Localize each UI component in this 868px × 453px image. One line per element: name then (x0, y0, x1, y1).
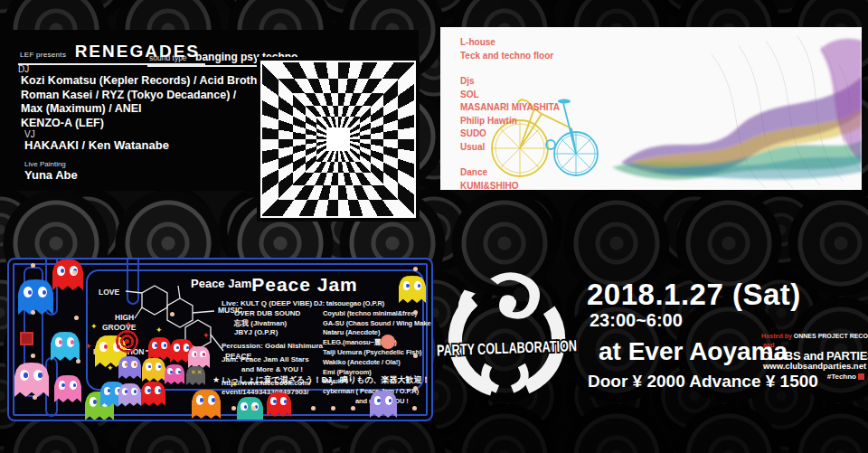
renegades-live-painting-label: Live Painting (24, 160, 66, 168)
sound-type-label: sound type (149, 53, 187, 62)
pacman-ghost: ✕✕ (186, 366, 205, 385)
ghost-pupil (164, 344, 166, 347)
pac-dot (170, 312, 175, 316)
ghost-pupil (93, 400, 97, 404)
pac-dot (31, 310, 35, 315)
pacman-ghost (188, 346, 210, 368)
pac-dot (412, 406, 417, 411)
ghost-body (370, 391, 397, 418)
ghost-pupil (170, 371, 173, 373)
event-date: 2018.1.27 (Sat) (587, 278, 801, 312)
ghost-pupil (389, 399, 392, 402)
sparkle-icon: ✦ (203, 332, 210, 340)
ghost-pupil (134, 390, 137, 393)
pacman-ghost (237, 397, 263, 421)
ghost-pupil (244, 405, 247, 409)
pac-dot (413, 354, 418, 358)
lhouse-dj-name: Usual (460, 141, 560, 155)
party-collaboration-logo: PARTY COLLABORATION (433, 264, 580, 411)
pac-dot (76, 359, 80, 363)
pac-dot (72, 270, 77, 275)
pacman-ghost (14, 363, 49, 397)
pac-dot (74, 316, 79, 320)
ghost-body (188, 346, 210, 368)
ghost-pupil (73, 383, 77, 387)
sparkle-icon: ✦ (107, 364, 114, 373)
ghost-pupil (155, 344, 157, 347)
peacejam-title: Peace Jam (232, 274, 377, 296)
ghost-eye (208, 395, 215, 404)
pacman-ghost (54, 375, 81, 402)
red-stamp-icon (20, 332, 33, 345)
peacejam-percussion-line: Percussion: Godai Nishimura (222, 342, 312, 352)
peacejam-dj-line: Coyubi (techno minimal&free) (314, 309, 428, 319)
pacman-ghost (142, 358, 165, 382)
pac-dot (311, 406, 316, 411)
ghost-eye (57, 266, 65, 276)
ghost-eye (70, 381, 77, 390)
peacejam-dj-line: GA-SU (Chaos Sound / Wing Makers) (314, 319, 428, 329)
ghost-eye (38, 287, 47, 297)
ghost-eye (24, 287, 33, 297)
ghost-pupil (125, 390, 127, 393)
pacman-ghost (118, 356, 141, 379)
pac-dot (231, 406, 236, 411)
lhouse-dj-name: MASANARI MIYASHITA (460, 101, 560, 115)
hosted-by-label: Hosted by (761, 333, 792, 339)
ghost-eye (414, 281, 421, 290)
lhouse-dj-name: SUDO (460, 127, 560, 141)
chem-label-love: LOVE (99, 288, 119, 297)
ghost-pupil (194, 353, 197, 356)
ghost-pupil (108, 389, 110, 392)
renegades-live-painting-name: Yuna Abe (24, 168, 78, 182)
ghost-eye (385, 396, 392, 405)
ghost-pupil (178, 371, 181, 373)
lhouse-floor-name: L-house (460, 36, 560, 50)
ghost-pupil (28, 290, 33, 296)
spiral-target-icon (116, 330, 138, 353)
event-time: 23:00~6:00 (590, 310, 683, 331)
record-label-name: ONNES PROJECT RECORD (794, 333, 868, 339)
ghost-pupil (147, 389, 150, 392)
ghost-pupil (61, 383, 65, 387)
ghost-body (399, 276, 426, 303)
ghost-eye (161, 342, 167, 349)
ghost-body (142, 358, 165, 382)
organizer-website: www.clubsandparties.net (761, 362, 868, 371)
ghost-body (18, 279, 53, 315)
ghost-pupil (61, 269, 64, 273)
sparkle-icon: ✦ (156, 326, 163, 335)
hashtag: #Techno (827, 373, 856, 381)
ghost-pupil (104, 344, 108, 349)
ghost-eye (20, 370, 29, 381)
pac-dot (31, 354, 35, 358)
event-venue: at Ever Aoyama (599, 337, 788, 366)
ghost-body (14, 363, 49, 397)
ghost-body (118, 356, 141, 379)
ghost-body (51, 332, 80, 361)
flyer-peacejam: LOVE MUSIC HIGH GROOVE IMAGINATION PEACE… (7, 258, 433, 421)
peacejam-dj-line: Taiji Uemura (Psychedelic Fish) (314, 348, 428, 358)
ghost-pupil (284, 400, 287, 403)
pacman-ghost (399, 276, 426, 303)
ghost-x-eye: ✕ (197, 369, 203, 376)
renegades-dj-list: Kozi Komatsu (Kepler Records) / Acid Bro… (21, 74, 280, 130)
pacman-ghost (192, 390, 221, 419)
renegades-dj-line: KENZO-A (LEF) (21, 117, 280, 131)
renegades-vj-names: HAKAAKI / Ken Watanabe (24, 138, 169, 152)
ghost-eye (67, 337, 74, 346)
peacejam-dj-line: ELEG.(manosu~麗の巣) (314, 338, 428, 348)
ghost-eye (33, 370, 42, 381)
ghost-pupil (418, 284, 421, 288)
renegades-dj-line: Roman Kasei / RYZ (Tokyo Decadance) / (21, 89, 280, 103)
pacman-ghost (165, 364, 184, 384)
ghost-eye (55, 337, 62, 346)
ghost-pupil (212, 398, 215, 402)
ghost-eye (196, 395, 203, 404)
renegades-dj-label: DJ (18, 64, 29, 74)
ghost-pupil (42, 290, 47, 296)
ghost-pupil (377, 399, 381, 402)
lhouse-dj-name: SOL (460, 89, 560, 102)
hosted-by-block: Hosted by ONNES PROJECT RECORD and CLUBS… (761, 332, 868, 382)
pac-dot (413, 386, 418, 391)
